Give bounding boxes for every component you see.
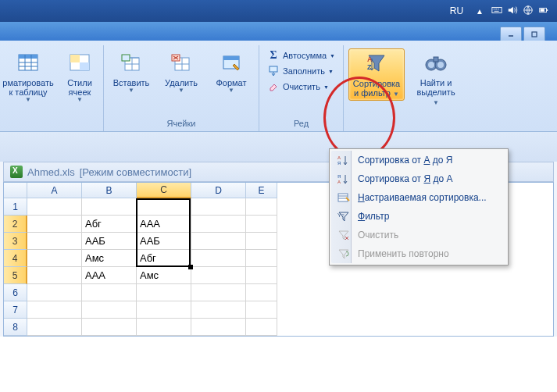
column-header-a[interactable]: A xyxy=(27,183,82,198)
format-cells-button[interactable]: Формат ▼ xyxy=(209,48,254,96)
cell[interactable] xyxy=(27,233,82,250)
svg-rect-12 xyxy=(19,55,37,59)
network-icon[interactable] xyxy=(523,5,534,18)
cell[interactable]: ААБ xyxy=(82,233,137,250)
cell[interactable] xyxy=(82,319,137,336)
keyboard-icon[interactable] xyxy=(491,5,502,18)
svg-rect-19 xyxy=(80,62,89,70)
sigma-icon: Σ xyxy=(267,49,280,62)
binoculars-icon xyxy=(423,50,448,75)
row-header[interactable]: 3 xyxy=(4,233,27,250)
dropdown-arrow-icon: ▼ xyxy=(25,97,31,104)
cell[interactable] xyxy=(137,319,191,336)
column-header-b[interactable]: B xyxy=(82,183,137,198)
cell[interactable] xyxy=(246,301,277,319)
find-select-button[interactable]: Найти и выделить ▼ xyxy=(411,48,461,109)
svg-text:Я: Я xyxy=(337,161,341,166)
sort-descending-item[interactable]: ЯА Сортировка от Я до А xyxy=(331,169,506,188)
table-row: 7 xyxy=(4,301,553,319)
cell[interactable]: Амс xyxy=(137,267,191,284)
cell[interactable] xyxy=(137,198,191,216)
svg-rect-0 xyxy=(492,7,502,12)
column-header-d[interactable]: D xyxy=(191,183,246,198)
svg-point-37 xyxy=(437,62,444,68)
cells-group-label: Ячейки xyxy=(109,117,254,131)
row-header[interactable]: 8 xyxy=(4,319,27,336)
svg-text:Y=: Y= xyxy=(337,212,345,218)
fill-label: Заполнить xyxy=(283,66,325,76)
cell[interactable] xyxy=(27,267,82,284)
svg-rect-3 xyxy=(498,9,499,9)
cell[interactable] xyxy=(191,250,246,267)
custom-sort-item[interactable]: Настраиваемая сортировка... xyxy=(331,188,506,207)
cell[interactable] xyxy=(191,233,246,250)
language-indicator[interactable]: RU xyxy=(445,4,468,18)
cell[interactable] xyxy=(191,284,246,301)
format-as-table-button[interactable]: рматировать к таблицу ▼ xyxy=(0,48,56,105)
minimize-button[interactable] xyxy=(500,27,522,41)
column-header-c[interactable]: C xyxy=(137,183,191,198)
volume-icon[interactable] xyxy=(507,5,518,18)
cell[interactable]: Абг xyxy=(137,250,191,267)
cell[interactable] xyxy=(191,198,246,216)
cell[interactable] xyxy=(82,284,137,301)
select-all-corner[interactable] xyxy=(4,183,27,198)
sort-ascending-item[interactable]: АЯ Сортировка от А до Я xyxy=(331,151,506,169)
delete-cells-button[interactable]: Удалить ▼ xyxy=(159,48,204,96)
cell[interactable] xyxy=(246,250,277,267)
cell[interactable] xyxy=(27,319,82,336)
row-header[interactable]: 2 xyxy=(4,216,27,233)
cell[interactable] xyxy=(27,198,82,216)
cell[interactable]: ААА xyxy=(82,267,137,284)
maximize-button[interactable] xyxy=(523,27,545,41)
cell[interactable] xyxy=(246,233,277,250)
row-header[interactable]: 1 xyxy=(4,198,27,216)
chevron-up-icon[interactable]: ▲ xyxy=(476,7,484,16)
sort-filter-icon: AZ xyxy=(364,51,389,76)
selection-fill-handle[interactable] xyxy=(188,265,193,269)
cell[interactable] xyxy=(246,198,277,216)
dropdown-arrow-icon: ▼ xyxy=(228,87,234,94)
cell[interactable] xyxy=(82,198,137,216)
cell[interactable] xyxy=(191,301,246,319)
cell[interactable] xyxy=(191,319,246,336)
cell[interactable] xyxy=(246,319,277,336)
filter-item[interactable]: Y= Фильтр xyxy=(331,207,506,226)
row-header[interactable]: 5 xyxy=(4,267,27,284)
cell[interactable]: Абг xyxy=(82,216,137,233)
workbook-filename: Ahmed.xls xyxy=(27,166,75,178)
cell[interactable] xyxy=(137,301,191,319)
sort-filter-button[interactable]: AZ Сортировка и фильтр ▼ xyxy=(348,48,405,101)
sort-desc-label: Сортировка от Я до А xyxy=(358,173,452,184)
fill-button[interactable]: Заполнить ▼ xyxy=(264,64,338,78)
cell[interactable] xyxy=(27,301,82,319)
cell[interactable] xyxy=(246,284,277,301)
svg-rect-18 xyxy=(70,55,80,62)
dropdown-arrow-icon: ▼ xyxy=(323,84,329,90)
cell[interactable] xyxy=(27,250,82,267)
cell[interactable] xyxy=(27,284,82,301)
column-header-e[interactable]: E xyxy=(246,183,277,198)
row-header[interactable]: 7 xyxy=(4,301,27,319)
cell[interactable] xyxy=(27,216,82,233)
cell[interactable] xyxy=(191,216,246,233)
cell-styles-button[interactable]: Стили ячеек ▼ xyxy=(61,48,98,105)
cell[interactable] xyxy=(137,284,191,301)
table-row: 5ААААмс xyxy=(4,267,553,284)
clear-button[interactable]: Очистить ▼ xyxy=(264,80,338,94)
cell[interactable]: Амс xyxy=(82,250,137,267)
cell[interactable] xyxy=(82,301,137,319)
clear-filter-icon xyxy=(336,229,352,241)
cell[interactable]: ААБ xyxy=(137,233,191,250)
cell[interactable] xyxy=(191,267,246,284)
insert-cells-button[interactable]: Вставить ▼ xyxy=(109,48,154,96)
autosum-button[interactable]: Σ Автосумма ▼ xyxy=(264,48,338,62)
svg-rect-2 xyxy=(495,9,497,9)
row-header[interactable]: 4 xyxy=(4,250,27,267)
cell[interactable]: ААА xyxy=(137,216,191,233)
sort-az-icon: АЯ xyxy=(336,154,352,166)
battery-icon[interactable] xyxy=(538,5,549,18)
cell[interactable] xyxy=(246,216,277,233)
cell[interactable] xyxy=(246,267,277,284)
row-header[interactable]: 6 xyxy=(4,284,27,301)
